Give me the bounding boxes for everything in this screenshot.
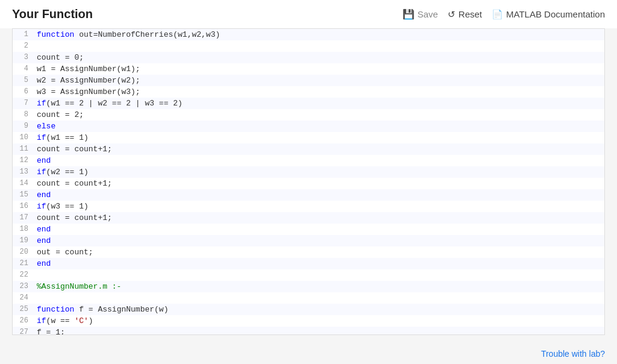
line-number: 13 bbox=[13, 166, 34, 178]
page-title: Your Function bbox=[12, 7, 93, 21]
line-number: 17 bbox=[13, 212, 34, 224]
line-content: count = count+1; bbox=[34, 212, 112, 224]
line-number: 19 bbox=[13, 235, 34, 246]
line-content: if(w1 == 2 | w2 == 2 | w3 == 2) bbox=[34, 98, 183, 109]
code-line: 14count = count+1; bbox=[13, 178, 604, 189]
code-line: 22 bbox=[13, 269, 604, 281]
code-line: 27f = 1; bbox=[13, 327, 604, 335]
line-content: function out=NumberofCherries(w1,w2,w3) bbox=[34, 29, 220, 40]
line-content: if(w3 == 1) bbox=[34, 201, 89, 212]
line-number: 18 bbox=[13, 224, 34, 235]
line-content: function f = AssignNumber(w) bbox=[34, 304, 168, 315]
code-line: 26if(w == 'C') bbox=[13, 315, 604, 327]
line-content: count = 2; bbox=[34, 109, 84, 121]
line-content: end bbox=[34, 235, 51, 246]
line-content: end bbox=[34, 224, 51, 235]
code-line: 12end bbox=[13, 155, 604, 166]
line-number: 8 bbox=[13, 109, 34, 121]
line-number: 20 bbox=[13, 246, 34, 258]
line-number: 2 bbox=[13, 40, 34, 52]
line-content: count = count+1; bbox=[34, 143, 112, 155]
code-line: 11count = count+1; bbox=[13, 143, 604, 155]
code-line: 2 bbox=[13, 40, 604, 52]
header-actions: 💾 Save ↺ Reset 📄 MATLAB Documentation bbox=[402, 8, 605, 20]
line-number: 16 bbox=[13, 201, 34, 212]
line-number: 3 bbox=[13, 52, 34, 63]
line-content: w2 = AssignNumber(w2); bbox=[34, 75, 140, 86]
line-number: 1 bbox=[13, 29, 34, 40]
code-line: 23%AssignNumber.m :- bbox=[13, 281, 604, 292]
line-content: f = 1; bbox=[34, 327, 65, 335]
reset-button[interactable]: ↺ Reset bbox=[448, 9, 482, 20]
code-line: 18end bbox=[13, 224, 604, 235]
matlab-docs-button[interactable]: 📄 MATLAB Documentation bbox=[492, 9, 605, 20]
reset-label: Reset bbox=[459, 9, 482, 19]
line-number: 4 bbox=[13, 63, 34, 75]
code-line: 1function out=NumberofCherries(w1,w2,w3) bbox=[13, 29, 604, 40]
line-number: 27 bbox=[13, 327, 34, 335]
line-content: count = 0; bbox=[34, 52, 84, 63]
line-content: count = count+1; bbox=[34, 178, 112, 189]
code-line: 3count = 0; bbox=[13, 52, 604, 63]
line-content: end bbox=[34, 258, 51, 269]
line-number: 21 bbox=[13, 258, 34, 269]
line-content: if(w1 == 1) bbox=[34, 132, 89, 143]
code-line: 5w2 = AssignNumber(w2); bbox=[13, 75, 604, 86]
line-number: 11 bbox=[13, 143, 34, 155]
line-content: w1 = AssignNumber(w1); bbox=[34, 63, 140, 75]
save-button[interactable]: 💾 Save bbox=[402, 8, 438, 20]
code-line: 20out = count; bbox=[13, 246, 604, 258]
reset-icon: ↺ bbox=[448, 9, 456, 20]
code-line: 15end bbox=[13, 189, 604, 201]
code-line: 19end bbox=[13, 235, 604, 246]
line-number: 22 bbox=[13, 269, 34, 281]
line-content: end bbox=[34, 189, 51, 201]
line-content: if(w == 'C') bbox=[34, 315, 93, 327]
line-number: 7 bbox=[13, 98, 34, 109]
matlab-label: MATLAB Documentation bbox=[506, 9, 605, 19]
line-number: 26 bbox=[13, 315, 34, 327]
line-number: 6 bbox=[13, 86, 34, 98]
line-content: w3 = AssignNumber(w3); bbox=[34, 86, 140, 98]
line-number: 14 bbox=[13, 178, 34, 189]
code-line: 13if(w2 == 1) bbox=[13, 166, 604, 178]
footer: Trouble with lab? bbox=[529, 344, 617, 364]
code-line: 7if(w1 == 2 | w2 == 2 | w3 == 2) bbox=[13, 98, 604, 109]
code-line: 21end bbox=[13, 258, 604, 269]
line-number: 10 bbox=[13, 132, 34, 143]
code-line: 4w1 = AssignNumber(w1); bbox=[13, 63, 604, 75]
line-content: %AssignNumber.m :- bbox=[34, 281, 121, 292]
code-line: 8count = 2; bbox=[13, 109, 604, 121]
code-line: 9else bbox=[13, 121, 604, 132]
code-line: 17count = count+1; bbox=[13, 212, 604, 224]
code-line: 25function f = AssignNumber(w) bbox=[13, 304, 604, 315]
save-icon: 💾 bbox=[402, 8, 415, 20]
save-label: Save bbox=[418, 9, 438, 19]
line-number: 15 bbox=[13, 189, 34, 201]
page-header: Your Function 💾 Save ↺ Reset 📄 MATLAB Do… bbox=[0, 0, 617, 28]
line-content: if(w2 == 1) bbox=[34, 166, 89, 178]
line-number: 12 bbox=[13, 155, 34, 166]
line-content: else bbox=[34, 121, 55, 132]
line-content: out = count; bbox=[34, 246, 93, 258]
line-number: 25 bbox=[13, 304, 34, 315]
code-line: 16if(w3 == 1) bbox=[13, 201, 604, 212]
code-line: 24 bbox=[13, 292, 604, 304]
trouble-link[interactable]: Trouble with lab? bbox=[541, 349, 605, 359]
line-number: 5 bbox=[13, 75, 34, 86]
line-number: 24 bbox=[13, 292, 34, 304]
line-content: end bbox=[34, 155, 51, 166]
code-line: 6w3 = AssignNumber(w3); bbox=[13, 86, 604, 98]
code-line: 10if(w1 == 1) bbox=[13, 132, 604, 143]
line-number: 23 bbox=[13, 281, 34, 292]
line-number: 9 bbox=[13, 121, 34, 132]
matlab-icon: 📄 bbox=[492, 9, 503, 20]
code-editor[interactable]: 1function out=NumberofCherries(w1,w2,w3)… bbox=[12, 28, 605, 335]
